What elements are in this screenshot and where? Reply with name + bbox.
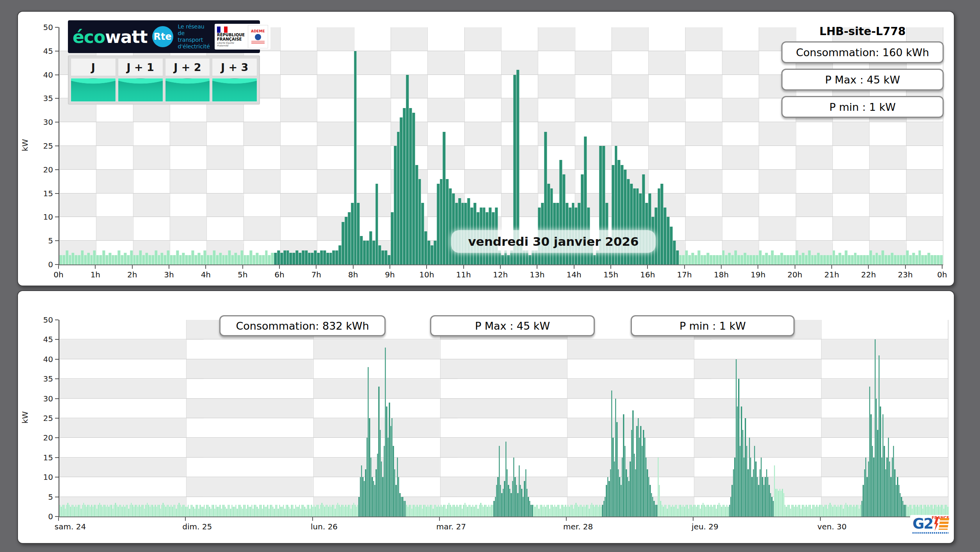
- bar: [682, 255, 685, 264]
- y-tick-mark: [55, 418, 59, 419]
- bar: [823, 255, 826, 264]
- bar: [667, 217, 670, 264]
- y-tick-mark: [55, 98, 59, 99]
- weekly-pmin-stat: P min : 1 kW: [631, 315, 795, 336]
- y-tick-label: 5: [48, 492, 53, 502]
- x-tick-mark: [500, 265, 501, 269]
- bar: [663, 208, 667, 264]
- bar: [167, 250, 170, 264]
- y-tick-mark: [55, 457, 59, 458]
- x-tick-label: 9h: [385, 270, 395, 279]
- bar: [93, 250, 96, 264]
- bar: [308, 253, 311, 264]
- bar: [845, 250, 848, 264]
- bar: [765, 253, 768, 264]
- bar: [921, 255, 924, 264]
- y-tick-label: 45: [43, 46, 53, 56]
- bar: [397, 132, 400, 264]
- day-button-j[interactable]: J: [71, 58, 116, 76]
- ecowatt-logo: écowatt: [73, 27, 148, 47]
- x-tick-label: mer. 28: [563, 522, 593, 531]
- bar: [311, 253, 314, 264]
- day-button-j1[interactable]: J + 1: [118, 58, 163, 76]
- x-tick-label: 2h: [127, 270, 137, 279]
- bar: [452, 193, 455, 264]
- bar: [234, 253, 237, 264]
- bar: [176, 250, 179, 264]
- bar: [348, 212, 351, 264]
- g2e-text: G2: [912, 517, 933, 531]
- bar: [90, 255, 93, 264]
- y-tick-mark: [55, 378, 59, 379]
- x-tick-label: 22h: [861, 270, 876, 279]
- x-tick-mark: [95, 265, 96, 269]
- day-button-j2[interactable]: J + 2: [165, 58, 210, 76]
- x-tick-mark: [758, 265, 758, 269]
- bar: [341, 222, 345, 264]
- ademe-logo: ADEME: [248, 25, 269, 48]
- bar: [363, 241, 366, 264]
- x-tick-label: 21h: [824, 270, 839, 279]
- bar: [124, 253, 127, 264]
- y-tick-mark: [55, 319, 59, 320]
- daily-x-axis: 0h1h2h3h4h5h6h7h8h9h10h11h12h13h14h15h16…: [59, 265, 942, 283]
- y-tick-label: 0: [48, 512, 53, 521]
- y-tick-mark: [55, 264, 59, 265]
- bar: [900, 255, 903, 264]
- y-tick-label: 0: [48, 260, 53, 269]
- bar: [160, 253, 164, 264]
- bar: [443, 132, 446, 264]
- ecowatt-gauge-j[interactable]: [71, 78, 116, 102]
- y-tick-mark: [55, 497, 59, 497]
- bar: [912, 253, 915, 264]
- republique-francaise-logo: RÉPUBLIQUEFRANÇAISE Liberté Égalité Frat…: [217, 27, 245, 47]
- bar: [841, 255, 845, 264]
- bar: [860, 255, 863, 264]
- y-tick-mark: [55, 437, 59, 438]
- x-tick-label: sam. 24: [55, 522, 86, 531]
- x-tick-mark: [185, 517, 186, 521]
- bar: [701, 255, 704, 264]
- bar: [771, 250, 774, 264]
- bar: [185, 255, 188, 264]
- x-tick-mark: [312, 517, 313, 521]
- bar: [114, 255, 117, 264]
- ademe-globe-icon: [255, 34, 261, 40]
- x-tick-mark: [463, 265, 464, 269]
- bar: [84, 255, 87, 264]
- bar: [133, 255, 136, 264]
- bar: [777, 255, 780, 264]
- bar: [391, 212, 394, 264]
- bar: [197, 253, 201, 264]
- bar: [286, 250, 290, 264]
- ecowatt-logo-watt: watt: [105, 27, 147, 47]
- x-tick-label: 0h: [53, 270, 63, 279]
- ecowatt-gauge-j1[interactable]: [118, 78, 163, 102]
- bar: [179, 255, 182, 264]
- bar: [332, 250, 335, 264]
- weekly-chart-bars: [59, 320, 948, 517]
- x-tick-mark: [574, 265, 574, 269]
- x-tick-mark: [566, 517, 567, 521]
- bar: [851, 255, 854, 264]
- x-tick-label: ven. 30: [817, 522, 847, 531]
- x-tick-mark: [132, 265, 133, 269]
- bar: [59, 255, 62, 264]
- bar: [875, 253, 879, 264]
- ecowatt-gauge-j2[interactable]: [165, 78, 210, 102]
- bar: [277, 250, 280, 264]
- bar: [299, 253, 302, 264]
- bar: [633, 188, 636, 264]
- bar: [768, 255, 771, 264]
- y-tick-label: 40: [43, 70, 53, 80]
- bar: [826, 255, 829, 264]
- y-tick-mark: [55, 516, 59, 517]
- ecowatt-gauge-j3[interactable]: [212, 78, 257, 102]
- bar: [446, 179, 449, 264]
- day-button-j3[interactable]: J + 3: [212, 58, 257, 76]
- x-tick-label: 15h: [603, 270, 618, 279]
- bar: [872, 255, 875, 264]
- bar: [372, 241, 375, 264]
- bar: [75, 255, 78, 264]
- x-tick-label: dim. 25: [182, 522, 212, 531]
